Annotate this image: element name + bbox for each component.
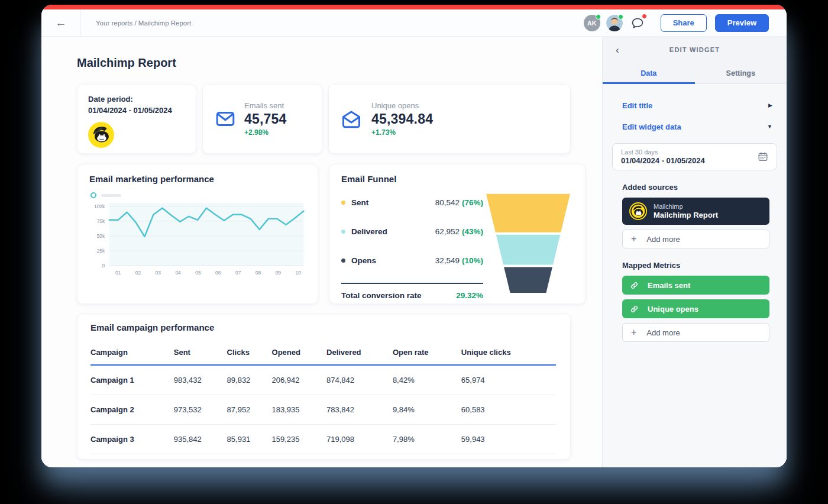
comments-button[interactable] xyxy=(629,14,646,32)
charts-row: Email marketing performance 100k75k50k25… xyxy=(77,164,571,304)
date-preset-label: Last 30 days xyxy=(621,148,705,156)
calendar-icon[interactable] xyxy=(758,151,768,162)
chevron-down-icon: ▼ xyxy=(767,124,772,130)
table-header-cell: Opened xyxy=(272,343,326,365)
table-cell: 719,098 xyxy=(326,425,393,454)
stat-cards-row: Date period: 01/04/2024 - 01/05/2024 xyxy=(77,84,571,154)
topbar-divider xyxy=(80,9,81,36)
funnel-stage-row: Opens 32,549 (10%) xyxy=(341,251,483,269)
edit-widget-data-row[interactable]: Edit widget data ▼ xyxy=(622,116,776,137)
funnel-stage-row: Sent 80,542 (76%) xyxy=(341,193,483,211)
funnel-stage-row: Delivered 62,952 (43%) xyxy=(341,222,483,240)
add-metric-button[interactable]: + Add more xyxy=(622,323,769,342)
email-performance-chart-widget[interactable]: Email marketing performance 100k75k50k25… xyxy=(77,164,318,304)
table-cell: 159,235 xyxy=(272,425,326,454)
online-status-dot xyxy=(596,14,601,20)
emails-sent-label: Emails sent xyxy=(244,101,287,110)
svg-text:0: 0 xyxy=(102,263,105,269)
mailchimp-logo-icon xyxy=(629,202,647,220)
date-range-value: 01/04/2024 - 01/05/2024 xyxy=(621,156,705,165)
panel-header: ‹ EDIT WIDGET xyxy=(603,37,787,63)
panel-title: EDIT WIDGET xyxy=(603,46,787,53)
unique-opens-delta: +1.73% xyxy=(371,128,433,137)
tab-settings[interactable]: Settings xyxy=(695,63,787,83)
svg-text:03: 03 xyxy=(156,270,161,276)
mapped-metrics-label: Mapped Metrics xyxy=(622,261,777,270)
svg-text:09: 09 xyxy=(276,270,282,276)
line-chart-title: Email marketing performance xyxy=(89,174,306,184)
emails-sent-widget[interactable]: Emails sent 45,754 +2.98% xyxy=(202,84,322,154)
table-cell: 59,943 xyxy=(461,425,556,454)
link-icon xyxy=(630,305,639,314)
avatar-ak[interactable]: AK xyxy=(584,15,600,31)
mapped-metric-unique-opens[interactable]: Unique opens xyxy=(622,299,769,318)
plus-icon: + xyxy=(631,234,636,244)
table-header-cell: Campaign xyxy=(90,343,174,365)
avatar-photo[interactable] xyxy=(606,15,623,31)
source-card-mailchimp[interactable]: Mailchimp Mailchimp Report xyxy=(622,198,769,225)
share-button[interactable]: Share xyxy=(661,14,707,32)
series-label-placeholder xyxy=(101,194,121,197)
top-accent-bar xyxy=(41,5,787,9)
table-header-cell: Delivered xyxy=(326,343,393,365)
plus-icon: + xyxy=(631,327,636,338)
chevron-right-icon: ▶ xyxy=(768,102,772,108)
series-marker-icon xyxy=(90,192,96,198)
panel-back-button[interactable]: ‹ xyxy=(616,45,619,55)
date-period-widget[interactable]: Date period: 01/04/2024 - 01/05/2024 xyxy=(77,84,196,154)
table-cell: 983,432 xyxy=(174,365,227,395)
date-range-selector[interactable]: Last 30 days 01/04/2024 - 01/05/2024 xyxy=(612,143,777,170)
notification-dot xyxy=(642,14,647,19)
avatar-ak-initials: AK xyxy=(587,20,596,27)
panel-content: Edit title ▶ Edit widget data ▼ Last 30 … xyxy=(603,84,787,467)
edit-title-row[interactable]: Edit title ▶ xyxy=(622,95,776,116)
svg-text:05: 05 xyxy=(195,270,201,276)
table-header-cell: Clicks xyxy=(227,343,272,365)
page-title: Mailchimp Report xyxy=(77,56,602,70)
email-funnel-widget[interactable]: Email Funnel Sent 80,542 (76%) De xyxy=(329,164,586,304)
table-cell: 973,532 xyxy=(174,395,227,425)
back-button[interactable]: ← xyxy=(41,9,80,36)
table-cell: 65,974 xyxy=(461,365,556,395)
campaign-table: CampaignSentClicksOpenedDeliveredOpen ra… xyxy=(90,343,556,454)
added-sources-label: Added sources xyxy=(622,183,777,192)
preview-button[interactable]: Preview xyxy=(715,14,769,32)
table-cell: Campaign 1 xyxy=(90,365,174,395)
app-window: ← Your reports / Mailchimp Report AK xyxy=(41,5,787,467)
tab-data[interactable]: Data xyxy=(603,63,695,83)
svg-text:01: 01 xyxy=(115,270,121,276)
link-icon xyxy=(630,281,639,290)
svg-text:25k: 25k xyxy=(97,248,105,254)
source-provider: Mailchimp xyxy=(654,203,718,210)
table-cell: 8,42% xyxy=(393,365,461,395)
table-header-cell: Sent xyxy=(174,343,227,365)
table-cell: Campaign 2 xyxy=(90,395,174,425)
svg-text:04: 04 xyxy=(175,270,181,276)
campaign-table-widget[interactable]: Email campaign performance CampaignSentC… xyxy=(77,314,571,460)
svg-text:02: 02 xyxy=(135,270,141,276)
online-status-dot xyxy=(618,14,623,20)
svg-text:100k: 100k xyxy=(94,203,105,209)
unique-opens-widget[interactable]: Unique opens 45,394.84 +1.73% xyxy=(328,84,571,154)
back-arrow-icon: ← xyxy=(56,17,67,28)
mailchimp-logo-icon xyxy=(88,122,114,148)
table-cell: 783,842 xyxy=(326,395,393,425)
envelope-closed-icon xyxy=(215,108,236,130)
series-legend xyxy=(90,192,306,198)
table-cell: 9,84% xyxy=(393,395,461,425)
edit-widget-panel: ‹ EDIT WIDGET Data Settings Edit title ▶… xyxy=(602,37,787,467)
performance-line-chart: 100k75k50k25k001020304050607080910 xyxy=(89,202,307,279)
add-source-button[interactable]: + Add more xyxy=(622,230,769,248)
funnel-legend: Sent 80,542 (76%) Delivered 62,952 (43%) xyxy=(341,193,483,300)
unique-opens-value: 45,394.84 xyxy=(371,111,433,127)
envelope-open-icon xyxy=(341,108,362,130)
svg-text:06: 06 xyxy=(215,270,221,276)
table-cell: 935,842 xyxy=(174,425,227,454)
total-conversion-row: Total conversion rate 29.32% xyxy=(341,291,483,300)
date-period-range: 01/04/2024 - 01/05/2024 xyxy=(88,105,185,117)
mapped-metric-emails-sent[interactable]: Emails sent xyxy=(622,276,769,295)
table-header-cell: Open rate xyxy=(393,343,461,365)
table-title: Email campaign performance xyxy=(90,322,556,332)
table-cell: Campaign 3 xyxy=(90,425,174,454)
emails-sent-value: 45,754 xyxy=(244,111,287,127)
